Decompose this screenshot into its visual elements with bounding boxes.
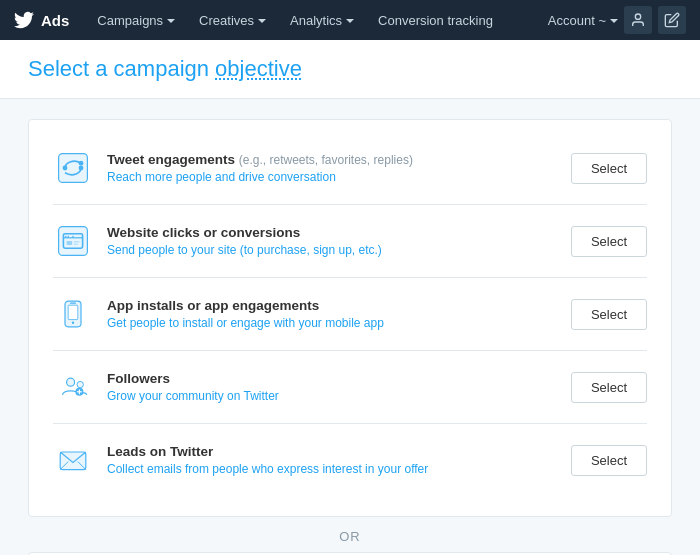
svg-rect-11: [67, 241, 73, 245]
analytics-dropdown-icon: [346, 19, 354, 23]
svg-point-18: [67, 378, 75, 386]
nav-item-conversion[interactable]: Conversion tracking: [368, 0, 503, 40]
twitter-bird-icon: [14, 10, 34, 30]
tweet-engagements-text: Tweet engagements (e.g., retweets, favor…: [107, 152, 557, 184]
campaigns-dropdown-icon: [167, 19, 175, 23]
page-header: Select a campaign objective: [0, 40, 700, 99]
website-clicks-text: Website clicks or conversions Send peopl…: [107, 225, 557, 257]
followers-text: Followers Grow your community on Twitter: [107, 371, 557, 403]
page-title-prefix: Select a campaign: [28, 56, 215, 81]
leads-title: Leads on Twitter: [107, 444, 557, 459]
followers-desc: Grow your community on Twitter: [107, 389, 557, 403]
objective-row-tweet-engagements: Tweet engagements (e.g., retweets, favor…: [53, 140, 647, 205]
brand-label: Ads: [41, 12, 69, 29]
leads-text: Leads on Twitter Collect emails from peo…: [107, 444, 557, 476]
website-clicks-select-button[interactable]: Select: [571, 226, 647, 257]
svg-point-16: [72, 322, 74, 324]
account-label: Account ~: [548, 13, 606, 28]
followers-select-button[interactable]: Select: [571, 372, 647, 403]
content-area: Tweet engagements (e.g., retweets, favor…: [0, 99, 700, 555]
website-clicks-desc: Send people to your site (to purchase, s…: [107, 243, 557, 257]
leads-select-button[interactable]: Select: [571, 445, 647, 476]
account-dropdown-icon: [610, 19, 618, 23]
followers-icon: [53, 367, 93, 407]
svg-point-0: [635, 14, 640, 19]
svg-rect-12: [74, 241, 80, 243]
tweet-engagements-icon: [53, 148, 93, 188]
leads-desc: Collect emails from people who express i…: [107, 462, 557, 476]
creatives-dropdown-icon: [258, 19, 266, 23]
app-installs-desc: Get people to install or engage with you…: [107, 316, 557, 330]
compose-icon-box[interactable]: [658, 6, 686, 34]
website-clicks-title: Website clicks or conversions: [107, 225, 557, 240]
followers-title: Followers: [107, 371, 557, 386]
account-menu[interactable]: Account ~: [548, 13, 618, 28]
objectives-card: Tweet engagements (e.g., retweets, favor…: [28, 119, 672, 517]
page-title-highlight: objective: [215, 56, 302, 81]
website-clicks-icon: [53, 221, 93, 261]
tweet-engagements-select-button[interactable]: Select: [571, 153, 647, 184]
user-icon: [630, 12, 646, 28]
svg-point-4: [79, 166, 84, 171]
nav-item-analytics[interactable]: Analytics: [280, 0, 364, 40]
nav-links: Campaigns Creatives Analytics Conversion…: [87, 0, 547, 40]
app-installs-select-button[interactable]: Select: [571, 299, 647, 330]
svg-rect-15: [68, 305, 78, 319]
svg-point-19: [77, 381, 83, 387]
objective-row-followers: Followers Grow your community on Twitter…: [53, 351, 647, 424]
or-divider: OR: [28, 529, 672, 544]
brand[interactable]: Ads: [14, 10, 69, 30]
nav-item-creatives[interactable]: Creatives: [189, 0, 276, 40]
tweet-engagements-desc: Reach more people and drive conversation: [107, 170, 557, 184]
nav-item-campaigns[interactable]: Campaigns: [87, 0, 185, 40]
nav-right: Account ~: [548, 6, 686, 34]
page-title: Select a campaign objective: [28, 56, 672, 82]
svg-point-3: [79, 161, 84, 166]
navbar: Ads Campaigns Creatives Analytics Conver…: [0, 0, 700, 40]
objective-row-app-installs: App installs or app engagements Get peop…: [53, 278, 647, 351]
svg-point-2: [63, 166, 68, 171]
objective-row-website-clicks: Website clicks or conversions Send peopl…: [53, 205, 647, 278]
user-icon-box[interactable]: [624, 6, 652, 34]
objective-row-leads: Leads on Twitter Collect emails from peo…: [53, 424, 647, 496]
leads-icon: [53, 440, 93, 480]
app-installs-text: App installs or app engagements Get peop…: [107, 298, 557, 330]
app-installs-title: App installs or app engagements: [107, 298, 557, 313]
tweet-engagements-title: Tweet engagements (e.g., retweets, favor…: [107, 152, 557, 167]
app-installs-icon: [53, 294, 93, 334]
compose-icon: [664, 12, 680, 28]
svg-rect-13: [74, 243, 78, 245]
